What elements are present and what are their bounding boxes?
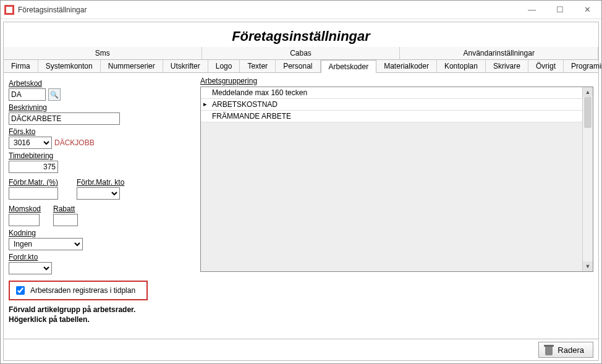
kodning-label: Kodning (9, 229, 182, 237)
group-row[interactable]: Meddelande max 160 tecken (201, 87, 582, 99)
group-row[interactable]: ARBETSKOSTNAD (201, 99, 582, 111)
hint-text: Förvald artikelgrupp på arbetsrader. Hög… (9, 305, 182, 324)
forbr-pct-input[interactable] (9, 187, 58, 200)
scroll-up-icon[interactable]: ▲ (583, 87, 593, 97)
tab-row-lower: FirmaSystemkontonNummerserierUtskrifterL… (4, 60, 598, 73)
tab-skrivare[interactable]: Skrivare (486, 60, 528, 72)
tab-sms[interactable]: Sms (4, 47, 202, 59)
radera-button-label: Radera (557, 345, 584, 355)
content-shell: Företagsinställningar SmsCabasAnvändarin… (3, 22, 599, 361)
lookup-icon[interactable]: 🔍 (48, 88, 61, 101)
forbr-kto-label: Förbr.Matr. kto (77, 178, 124, 187)
tab-nummerserier[interactable]: Nummerserier (101, 60, 163, 72)
app-icon (4, 5, 14, 15)
fordrkto-label: Fordr.kto (9, 253, 182, 261)
forskto-label: Förs.kto (9, 127, 182, 136)
tab-logo[interactable]: Logo (208, 60, 240, 72)
arbetskod-input[interactable] (9, 88, 46, 101)
radera-button[interactable]: Radera (538, 342, 593, 358)
tidplan-checkbox-label: Arbetsraden registreras i tidplan (30, 286, 135, 295)
tab-övrigt[interactable]: Övrigt (528, 60, 564, 72)
left-column: Arbetskod 🔍 Beskrivning Förs.kto 3016 DÄ… (9, 77, 182, 339)
scrollbar[interactable]: ▲ ▼ (583, 87, 593, 271)
tab-texter[interactable]: Texter (240, 60, 276, 72)
maximize-button[interactable]: ☐ (546, 1, 574, 19)
momskod-input[interactable] (9, 214, 40, 226)
beskrivning-input[interactable] (9, 112, 120, 125)
fordrkto-select[interactable] (9, 262, 52, 274)
window-buttons: — ☐ ✕ (518, 1, 601, 19)
forbr-pct-label: Förbr.Matr. (%) (9, 178, 58, 187)
kodning-select[interactable]: Ingen (9, 238, 83, 250)
tab-systemkonton[interactable]: Systemkonton (38, 60, 101, 72)
forskto-select[interactable]: 3016 (9, 137, 52, 149)
right-column: Arbetsgruppering Meddelande max 160 teck… (200, 77, 593, 339)
timdeb-input[interactable] (9, 161, 58, 173)
group-row[interactable]: FRÄMMANDE ARBETE (201, 111, 582, 122)
forskto-name-label: DÄCKJOBB (54, 138, 95, 147)
tab-personal[interactable]: Personal (276, 60, 320, 72)
momskod-label: Momskod (9, 205, 41, 213)
tab-cabas[interactable]: Cabas (202, 47, 401, 59)
timdeb-label: Timdebitering (9, 151, 182, 160)
titlebar: Företagsinställningar — ☐ ✕ (1, 1, 601, 19)
tab-firma[interactable]: Firma (4, 60, 38, 72)
tab-row-upper: SmsCabasAnvändarinställningar (4, 47, 598, 60)
forbr-kto-select[interactable] (77, 187, 120, 200)
trash-icon (544, 344, 554, 355)
app-window: Företagsinställningar — ☐ ✕ Företagsinst… (0, 0, 602, 364)
arbetsgruppering-list[interactable]: Meddelande max 160 teckenARBETSKOSTNADFR… (200, 87, 593, 272)
tidplan-checkbox[interactable] (16, 286, 25, 295)
tab-programinställningar[interactable]: Programinställningar (564, 60, 602, 72)
scroll-down-icon[interactable]: ▼ (583, 261, 593, 271)
tab-utskrifter[interactable]: Utskrifter (163, 60, 208, 72)
tab-kontoplan[interactable]: Kontoplan (437, 60, 486, 72)
beskrivning-label: Beskrivning (9, 103, 182, 112)
rabatt-input[interactable] (53, 214, 78, 226)
page-title: Företagsinställningar (6, 28, 596, 44)
arbetskod-label: Arbetskod (9, 79, 182, 88)
body-area: Arbetskod 🔍 Beskrivning Förs.kto 3016 DÄ… (4, 73, 598, 339)
footer: Radera (4, 339, 598, 360)
tidplan-checkbox-row[interactable]: Arbetsraden registreras i tidplan (9, 281, 148, 300)
tab-materialkoder[interactable]: Materialkoder (376, 60, 437, 72)
arbetsgruppering-label: Arbetsgruppering (200, 77, 593, 85)
scroll-track[interactable] (583, 97, 593, 261)
minimize-button[interactable]: — (518, 1, 546, 19)
scroll-thumb[interactable] (584, 97, 591, 128)
close-button[interactable]: ✕ (574, 1, 601, 19)
tab-arbetskoder[interactable]: Arbetskoder (321, 60, 377, 73)
rabatt-label: Rabatt (53, 205, 78, 213)
tab-användarinställningar[interactable]: Användarinställningar (400, 47, 598, 59)
window-title: Företagsinställningar (18, 6, 87, 14)
page-header: Företagsinställningar (4, 22, 598, 47)
